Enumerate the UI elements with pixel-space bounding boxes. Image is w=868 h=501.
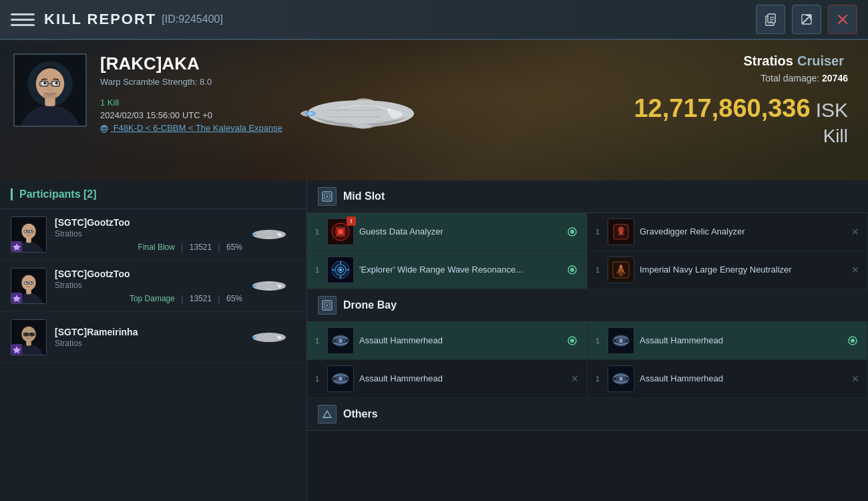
svg-point-86 — [620, 265, 622, 268]
mid-slot-title: Mid Slot — [343, 190, 385, 202]
drone-bay-header: Drone Bay — [307, 289, 868, 322]
svg-rect-17 — [40, 81, 49, 87]
participant-info-2: [SGTC]GootzToo Stratios Top Damage | 135… — [55, 269, 242, 303]
export-button[interactable] — [792, 5, 821, 34]
ship-name-display: StratiosCruiser — [634, 53, 848, 69]
participant-item[interactable]: [SGTC]Rameirinha Stratios — [0, 312, 306, 363]
equip-item[interactable]: 1 'Explorer' Wide Range Wave Resonance..… — [307, 251, 588, 289]
header: KILL REPORT [ID:9245400] — [0, 0, 868, 40]
svg-rect-40 — [26, 289, 31, 295]
participant-avatar-3 — [11, 319, 47, 355]
svg-point-83 — [570, 268, 574, 272]
mid-slot-icon — [318, 187, 337, 206]
equip-remove-btn[interactable]: ✕ — [851, 265, 859, 275]
svg-point-20 — [103, 126, 106, 130]
participant-item[interactable]: [SGTC]GootzToo Stratios Top Damage | 135… — [0, 261, 306, 312]
close-button[interactable] — [828, 5, 857, 34]
equip-remove-btn[interactable]: ✕ — [851, 373, 859, 384]
participant-ship-img-2 — [242, 267, 296, 305]
svg-rect-45 — [24, 282, 28, 285]
main-content: Participants [2] — [0, 180, 868, 501]
participant-info-1: [SGTC]GootzToo Stratios Final Blow | 135… — [55, 217, 242, 252]
equip-item[interactable]: 1 Assault Hammerhead ✕ — [307, 360, 588, 398]
svg-rect-57 — [23, 333, 29, 336]
svg-point-105 — [619, 377, 623, 381]
svg-point-77 — [339, 269, 342, 271]
svg-rect-58 — [29, 333, 35, 336]
equip-icon — [608, 218, 634, 245]
others-header: Others — [307, 398, 868, 431]
svg-rect-28 — [26, 237, 31, 243]
participants-header: Participants [2] — [0, 180, 306, 209]
svg-point-97 — [619, 339, 623, 343]
victim-avatar — [13, 53, 87, 127]
svg-marker-47 — [13, 295, 21, 302]
equip-name: Imperial Navy Large Energy Neutralizer — [640, 265, 851, 276]
participant-name-3: [SGTC]Rameirinha — [55, 327, 242, 337]
svg-point-49 — [252, 285, 256, 287]
equip-remove-btn[interactable]: ✕ — [851, 226, 859, 237]
drone-bay-grid: 1 Assault Hammerhead — [307, 322, 868, 398]
total-damage-display: Total damage: 20746 — [634, 73, 848, 84]
equip-icon — [608, 257, 634, 283]
equip-name: Gravedigger Relic Analyzer — [640, 226, 851, 238]
participant-info-3: [SGTC]Rameirinha Stratios — [55, 327, 242, 348]
copy-button[interactable] — [756, 5, 785, 34]
equip-name: Assault Hammerhead — [359, 335, 566, 347]
participant-stats-2: Top Damage | 13521 | 65% — [55, 294, 242, 303]
equip-name: Assault Hammerhead — [640, 373, 851, 385]
others-title: Others — [343, 408, 378, 420]
participant-avatar-2 — [11, 268, 47, 304]
participant-name-1: [SGTC]GootzToo — [55, 217, 242, 228]
svg-rect-33 — [24, 230, 28, 233]
participant-name-2: [SGTC]GootzToo — [55, 269, 242, 279]
participant-ship-img-1 — [242, 216, 296, 253]
svg-point-23 — [308, 112, 313, 115]
participant-item[interactable]: [SGTC]GootzToo Stratios Final Blow | 135… — [0, 209, 306, 261]
equip-item[interactable]: 1 Assault Hammerhead ✕ — [588, 360, 868, 398]
hero-section: [RAKC]AKA Warp Scramble Strength: 8.0 1 … — [0, 40, 868, 180]
hero-right-info: StratiosCruiser Total damage: 20746 12,7… — [634, 53, 848, 147]
participant-ship-2: Stratios — [55, 281, 242, 290]
svg-marker-60 — [13, 346, 21, 353]
svg-point-94 — [570, 339, 574, 343]
equip-item[interactable]: 1 Gravedigger Relic Analyzer ✕ — [588, 213, 868, 251]
svg-rect-18 — [51, 81, 60, 87]
svg-point-70 — [570, 230, 574, 234]
isk-label: ISK — [816, 99, 848, 122]
equip-badge: ! — [347, 216, 356, 226]
equip-name: Guests Data Analyzer — [359, 226, 566, 238]
equipment-panel: Mid Slot 1 ! Guests Data Analyzer — [307, 180, 868, 501]
menu-icon[interactable] — [11, 7, 35, 31]
equip-status — [566, 225, 579, 238]
participants-panel: Participants [2] — [0, 180, 307, 501]
svg-point-65 — [327, 196, 329, 198]
equip-status — [566, 334, 579, 347]
header-title: KILL REPORT — [44, 11, 156, 28]
equip-item[interactable]: 1 Assault Hammerhead — [588, 322, 868, 360]
equip-icon — [327, 257, 354, 283]
equip-name: Assault Hammerhead — [640, 335, 846, 347]
svg-rect-52 — [26, 340, 31, 346]
participant-ship-3: Stratios — [55, 339, 242, 348]
rank-badge-3 — [11, 344, 22, 355]
svg-point-102 — [339, 377, 343, 381]
equip-name: Assault Hammerhead — [359, 373, 571, 385]
equip-item[interactable]: 1 Assault Hammerhead — [307, 322, 588, 360]
ship-illustration — [254, 47, 467, 180]
equip-item[interactable]: 1 Imperial Navy Large Energy Neutralizer… — [588, 251, 868, 289]
header-buttons — [756, 5, 857, 34]
header-id: [ID:9245400] — [162, 13, 223, 25]
svg-point-92 — [339, 339, 343, 343]
drone-bay-title: Drone Bay — [343, 299, 397, 311]
svg-point-89 — [327, 305, 329, 307]
svg-marker-35 — [13, 243, 21, 251]
svg-rect-16 — [43, 92, 57, 99]
equip-item[interactable]: 1 ! Guests Data Analyzer — [307, 213, 588, 251]
participant-ship-img-3 — [242, 319, 296, 356]
equip-remove-btn[interactable]: ✕ — [571, 373, 579, 384]
rank-badge-2 — [11, 293, 22, 303]
equip-icon — [327, 365, 354, 392]
outcome-label: Kill — [634, 126, 848, 147]
participants-title: Participants [2] — [11, 188, 97, 200]
